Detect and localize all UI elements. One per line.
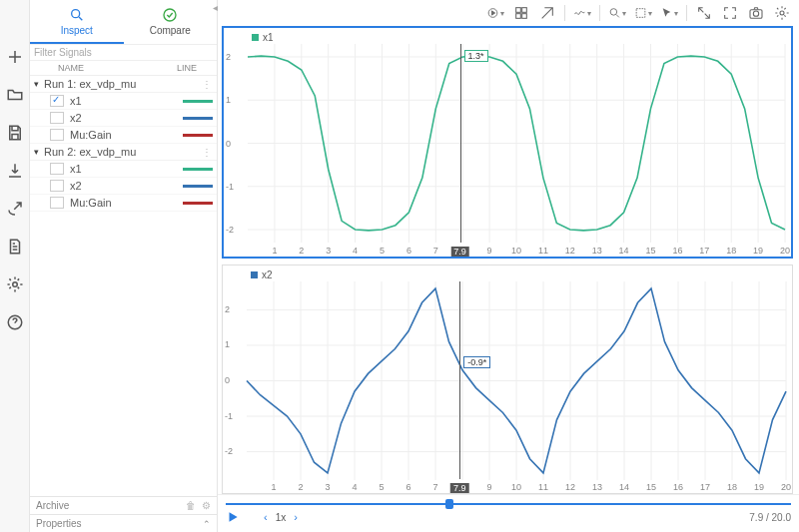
archive-trash-icon[interactable]: 🗑 <box>186 500 196 511</box>
plot-area: x1-2-10121234567891011121314151617181920… <box>218 0 799 532</box>
left-icon-strip <box>0 0 30 532</box>
run-row[interactable]: ▾Run 1: ex_vdp_mu⋮ <box>30 76 217 93</box>
data-tip: 1.3* <box>464 50 488 62</box>
expand-icon[interactable] <box>695 4 713 22</box>
chart-x1[interactable]: x1-2-10121234567891011121314151617181920… <box>222 26 793 259</box>
properties-panel-header[interactable]: Properties⌃ <box>30 514 217 532</box>
report-icon[interactable] <box>4 236 26 258</box>
x-tick: 13 <box>592 482 602 492</box>
col-line[interactable]: LINE <box>177 61 217 75</box>
playback-time: 7.9 / 20.0 <box>749 512 791 523</box>
signal-checkbox[interactable] <box>50 112 64 124</box>
snapshot-icon[interactable] <box>747 4 765 22</box>
x-tick: 9 <box>486 482 491 492</box>
x-tick: 16 <box>673 482 683 492</box>
save-icon[interactable] <box>4 122 26 144</box>
signal-checkbox[interactable] <box>50 197 64 209</box>
layout-grid-icon[interactable] <box>512 4 530 22</box>
x-tick: 6 <box>405 482 410 492</box>
fit-icon[interactable] <box>721 4 739 22</box>
archive-settings-icon[interactable]: ⚙ <box>202 500 211 511</box>
clear-plot-icon[interactable] <box>538 4 556 22</box>
signal-row[interactable]: x1 <box>30 161 217 178</box>
svg-point-13 <box>780 11 784 15</box>
x-tick: 20 <box>780 246 790 256</box>
svg-point-2 <box>71 9 79 17</box>
signal-row[interactable]: x1 <box>30 93 217 110</box>
plot-settings-icon[interactable] <box>773 4 791 22</box>
x-tick: 5 <box>379 482 384 492</box>
svg-point-9 <box>610 9 617 16</box>
run-menu-icon[interactable]: ⋮ <box>202 79 213 90</box>
x-tick: 3 <box>326 246 331 256</box>
plot-type-icon[interactable] <box>573 4 591 22</box>
x-tick: 1 <box>271 482 276 492</box>
x-tick: 10 <box>511 482 521 492</box>
tab-compare-label: Compare <box>150 25 191 36</box>
settings-icon[interactable] <box>4 273 26 295</box>
y-tick: -1 <box>226 182 234 192</box>
x-tick: 19 <box>753 246 763 256</box>
x-tick: 12 <box>565 482 575 492</box>
y-tick: -1 <box>225 411 233 421</box>
x-tick: 14 <box>619 482 629 492</box>
run-menu-icon[interactable]: ⋮ <box>202 147 213 158</box>
x-tick: 17 <box>699 246 709 256</box>
tab-inspect[interactable]: Inspect <box>30 0 124 44</box>
x-tick: 18 <box>727 482 737 492</box>
y-tick: -2 <box>225 446 233 456</box>
speed-up-button[interactable]: › <box>294 511 298 523</box>
speed-down-button[interactable]: ‹ <box>264 511 268 523</box>
axes-link-icon[interactable] <box>634 4 652 22</box>
tab-inspect-label: Inspect <box>61 25 93 36</box>
folder-icon[interactable] <box>4 84 26 106</box>
import-icon[interactable] <box>4 160 26 182</box>
y-tick: 0 <box>225 375 230 385</box>
run-row[interactable]: ▾Run 2: ex_vdp_mu⋮ <box>30 144 217 161</box>
y-tick: 2 <box>225 304 230 314</box>
signal-row[interactable]: x2 <box>30 110 217 127</box>
signal-checkbox[interactable] <box>50 129 64 141</box>
app-root: ◂ Inspect Compare Filter Signals NAME LI… <box>0 0 799 532</box>
signal-row[interactable]: Mu:Gain <box>30 127 217 144</box>
svg-point-0 <box>12 282 17 287</box>
cursor-x-label: 7.9 <box>450 247 469 257</box>
chart-x2[interactable]: x2-2-10121234567891011121314151617181920… <box>222 265 793 495</box>
signal-row[interactable]: Mu:Gain <box>30 195 217 212</box>
svg-point-3 <box>164 9 176 21</box>
signal-checkbox[interactable] <box>50 180 64 192</box>
playback-scrubber[interactable] <box>226 498 791 510</box>
export-icon[interactable] <box>4 198 26 220</box>
play-button[interactable] <box>226 510 240 524</box>
signal-swatch <box>183 134 213 137</box>
x-tick: 7 <box>432 482 437 492</box>
archive-panel-header[interactable]: Archive 🗑 ⚙ <box>30 496 217 514</box>
help-icon[interactable] <box>4 311 26 333</box>
cursor-line[interactable] <box>459 281 460 480</box>
signal-swatch <box>183 168 213 171</box>
charts-container: x1-2-10121234567891011121314151617181920… <box>218 26 799 494</box>
signal-checkbox[interactable] <box>50 163 64 175</box>
y-tick: 1 <box>226 95 231 105</box>
y-tick: 0 <box>226 139 231 149</box>
x-tick: 4 <box>353 246 358 256</box>
x-tick: 9 <box>487 246 492 256</box>
cursor-arrow-icon[interactable] <box>660 4 678 22</box>
x-tick: 5 <box>380 246 385 256</box>
signal-row[interactable]: x2 <box>30 178 217 195</box>
signal-swatch <box>183 100 213 103</box>
filter-signals-input[interactable]: Filter Signals <box>30 44 217 61</box>
x-tick: 7 <box>433 246 438 256</box>
x-tick: 20 <box>781 482 791 492</box>
cursor-line[interactable] <box>460 44 461 243</box>
playback-speed: 1x <box>276 512 287 523</box>
col-name[interactable]: NAME <box>58 61 177 75</box>
signal-panel: ◂ Inspect Compare Filter Signals NAME LI… <box>30 0 218 532</box>
add-icon[interactable] <box>4 46 26 68</box>
stream-icon[interactable] <box>486 4 504 22</box>
signal-checkbox[interactable] <box>50 95 64 107</box>
zoom-icon[interactable] <box>608 4 626 22</box>
tab-compare[interactable]: Compare <box>124 0 218 44</box>
signal-label: x1 <box>70 95 183 107</box>
x-tick: 17 <box>700 482 710 492</box>
